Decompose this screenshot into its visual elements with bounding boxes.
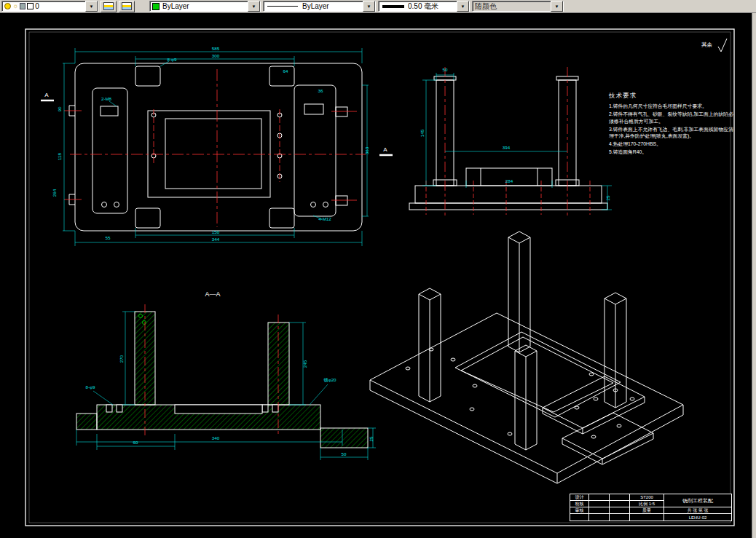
technical-notes: 技术要求 1.铸件的几何尺寸应符合毛坯图样尺寸要求。2.铸件不得有气孔、砂眼、裂…	[609, 92, 734, 157]
chevron-down-icon[interactable]: ▼	[248, 1, 260, 12]
titleblock-scale-value: 1:5	[649, 502, 655, 506]
dimension-text: 50	[342, 451, 347, 456]
layer-previous-icon	[122, 2, 132, 10]
dimension-text: 2-M8	[101, 96, 112, 101]
titleblock-blank	[610, 501, 630, 507]
titleblock-blank	[610, 494, 630, 501]
titleblock-blank	[589, 507, 610, 514]
dimension-text: 55	[106, 235, 111, 240]
dimension-text: 245	[302, 360, 307, 368]
dimension-text: 8-φ9	[86, 384, 96, 389]
make-object-layer-current-button[interactable]	[101, 1, 117, 12]
color-value-label: ByLayer	[162, 2, 189, 10]
dimension-text: 344	[212, 237, 220, 242]
layers-icon	[103, 2, 114, 10]
titleblock-blank	[610, 514, 630, 521]
layer-color-swatch	[27, 3, 34, 9]
titleblock-blank	[630, 514, 664, 521]
title-block: 设计 ST200 铣削工程装配 校核 比例 1:5 审核 质量 共 张 第 张 …	[570, 494, 732, 521]
front-centerlines	[426, 67, 590, 217]
dimension-text: 270	[119, 355, 124, 363]
tech-notes-title: 技术要求	[609, 92, 734, 100]
isometric-view[interactable]	[370, 232, 683, 483]
dimension-text: 50	[443, 67, 448, 72]
titleblock-material: ST200	[630, 494, 664, 501]
surface-finish-note: 其余	[701, 41, 713, 48]
lineweight-value-label: 0.50 毫米	[408, 1, 438, 12]
dimension-text: 25	[605, 195, 610, 200]
dimension-text: 585	[212, 46, 220, 51]
surface-finish-symbol-icon	[718, 39, 727, 52]
titleblock-scale: 比例 1:5	[630, 501, 664, 507]
chevron-down-icon[interactable]: ▼	[457, 1, 469, 12]
tech-note-line: 3.铸件表面上不允许有飞边、毛刺,非加工表面残留物应清理干净,并作防护处理(喷丸…	[609, 126, 734, 141]
chevron-down-icon: ▼	[551, 1, 563, 12]
dimension-text: 64	[283, 68, 288, 74]
drawing-canvas[interactable]: A—A 其余 A A 58530064369011826436334415055…	[0, 13, 752, 538]
dimension-text: 145	[420, 129, 425, 137]
dimension-text: 118	[57, 153, 62, 160]
titleblock-sheet-info: 共 张 第 张	[664, 507, 731, 514]
titleblock-blank	[589, 514, 610, 521]
titleblock-mass-label: 质量	[630, 507, 664, 514]
dimension-text: 锪φ20	[323, 377, 336, 382]
layer-name-label: 0	[35, 2, 39, 10]
section-label: A—A	[205, 290, 220, 298]
titleblock-scale-label: 比例	[639, 501, 647, 507]
titleblock-drawing-name: 铣削工程装配	[664, 494, 731, 507]
current-color-swatch	[152, 3, 160, 10]
titleblock-blank	[589, 501, 610, 507]
dimension-text: 284	[505, 178, 513, 183]
dimension-text: 264	[52, 189, 57, 197]
dimension-text: 150	[212, 229, 220, 234]
lock-icon	[20, 3, 25, 9]
dimension-text: 25	[369, 436, 374, 441]
vertical-scrollbar[interactable]	[752, 13, 756, 538]
tech-note-line: 4.热处理170-270HBS。	[609, 141, 734, 148]
section-marker-a1: A	[41, 92, 54, 100]
dimension-text: 340	[212, 435, 220, 440]
object-properties-toolbar: ☼ 0 ▼ ByLayer ▼ ByLayer ▼ 0.50 毫米 ▼	[0, 0, 756, 13]
titleblock-drawing-number: LEHU-02	[664, 514, 731, 521]
linetype-control-dropdown[interactable]: ByLayer ▼	[263, 1, 376, 12]
tech-notes-list: 1.铸件的几何尺寸应符合毛坯图样尺寸要求。2.铸件不得有气孔、砂眼、裂纹等缺陷,…	[609, 103, 734, 156]
chevron-down-icon[interactable]: ▼	[85, 1, 98, 12]
dimension-text: 300	[212, 53, 220, 58]
dimension-text: 363	[364, 146, 369, 154]
layer-control-dropdown[interactable]: ☼ 0 ▼	[1, 1, 98, 12]
dimension-text: 36	[318, 88, 323, 93]
layer-previous-button[interactable]	[119, 1, 135, 12]
lineweight-sample-icon	[382, 5, 404, 8]
dimension-text: 60	[133, 440, 138, 445]
tech-note-line: 2.铸件不得有气孔、砂眼、裂纹等缺陷,加工面上的缺陷必须修补合格后方可加工。	[609, 111, 734, 125]
dimension-text: 8-φ9	[168, 57, 178, 62]
plotstyle-value-label: 随颜色	[475, 1, 497, 12]
section-marker-letter: A	[383, 146, 387, 153]
titleblock-label-check: 校核	[570, 501, 589, 507]
dimension-text: 394	[503, 145, 511, 150]
front-dimension-lines	[422, 73, 612, 210]
dimension-text: 90	[57, 106, 62, 111]
chevron-down-icon[interactable]: ▼	[363, 1, 375, 12]
plotstyle-control-dropdown: 随颜色 ▼	[472, 1, 564, 12]
front-view[interactable]	[409, 76, 607, 210]
sun-freeze-icon: ☼	[12, 4, 18, 9]
tech-note-line: 1.铸件的几何尺寸应符合毛坯图样尺寸要求。	[609, 103, 734, 110]
titleblock-blank	[570, 514, 589, 521]
cad-application-window: ☼ 0 ▼ ByLayer ▼ ByLayer ▼ 0.50 毫米 ▼	[0, 0, 756, 538]
linetype-value-label: ByLayer	[302, 2, 329, 10]
titleblock-label-audit: 审核	[570, 507, 589, 514]
color-control-dropdown[interactable]: ByLayer ▼	[149, 1, 261, 12]
section-marker-a2: A	[379, 146, 393, 155]
titleblock-label-design: 设计	[570, 494, 589, 501]
tech-note-line: 5.铸造圆角R40。	[609, 149, 734, 156]
titleblock-blank	[610, 507, 630, 514]
titleblock-blank	[589, 494, 610, 501]
linetype-sample-icon	[267, 6, 298, 7]
section-marker-letter: A	[44, 92, 49, 98]
dimension-text: 4-M12	[318, 216, 331, 221]
lineweight-control-dropdown[interactable]: 0.50 毫米 ▼	[378, 1, 470, 12]
lightbulb-icon	[4, 3, 11, 9]
